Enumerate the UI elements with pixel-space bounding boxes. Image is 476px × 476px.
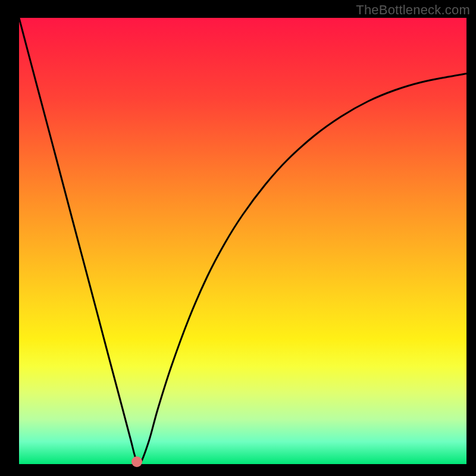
- plot-area: [19, 18, 466, 464]
- minimum-marker: [131, 456, 142, 467]
- watermark-label: TheBottleneck.com: [356, 2, 470, 18]
- chart-frame: TheBottleneck.com: [0, 0, 476, 476]
